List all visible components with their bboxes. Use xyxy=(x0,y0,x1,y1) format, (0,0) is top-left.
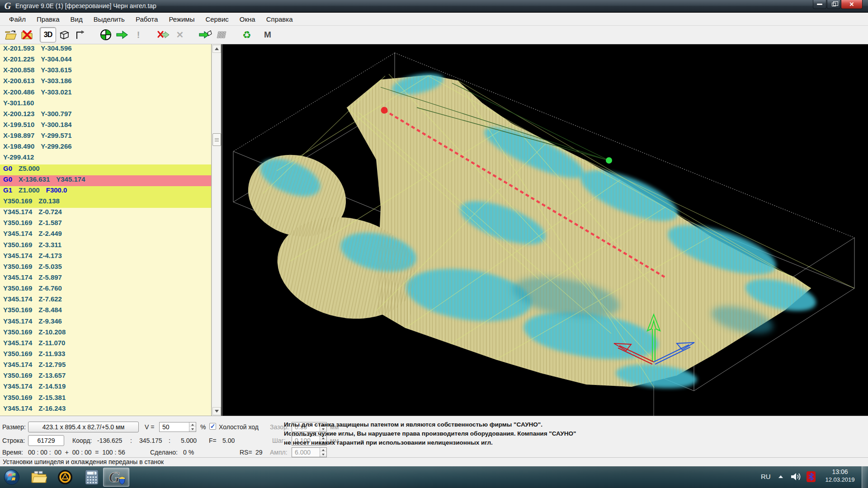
taskbar-clock[interactable]: 13:06 12.03.2019 xyxy=(822,468,858,483)
toolpath-solid xyxy=(237,70,819,391)
window-title: Engrave 9.0E (1) [фрезерование] Черн анг… xyxy=(15,2,156,9)
ampl-input: 6.000 xyxy=(292,447,327,457)
gcode-line[interactable]: G0X-136.631Y345.174 xyxy=(0,175,211,186)
gcode-line[interactable]: X-201.593Y-304.596 xyxy=(0,44,211,55)
mcodes-button[interactable]: M xyxy=(259,27,276,42)
taskbar: 0 G RU xyxy=(0,466,868,488)
coord-label: Коорд: xyxy=(72,437,92,444)
gcode-line[interactable]: X-200.613Y-303.186 xyxy=(0,77,211,88)
gcode-line[interactable]: Y345.174Z-14.519 xyxy=(0,382,211,393)
close-button[interactable]: ✕ xyxy=(841,0,863,9)
gcode-line[interactable]: Y350.169Z0.138 xyxy=(0,197,211,208)
gcode-line[interactable]: Y350.169Z-8.484 xyxy=(0,306,211,317)
menu-job[interactable]: Работа xyxy=(130,14,164,25)
gcode-line[interactable]: Y345.174Z-5.897 xyxy=(0,273,211,284)
taskbar-calculator[interactable]: 0 xyxy=(83,469,101,486)
gcode-line[interactable]: Y350.169Z-15.381 xyxy=(0,394,211,404)
size-button[interactable]: 423.1 x 895.4 x 82.7/+5.0 мм xyxy=(28,422,139,432)
gcode-line[interactable]: Y345.174Z-4.173 xyxy=(0,252,211,263)
gcode-line[interactable]: X-200.858Y-303.615 xyxy=(0,66,211,77)
stop-x-icon: ✕ xyxy=(176,29,184,40)
gcode-line[interactable]: Y345.174Z-9.346 xyxy=(0,317,211,328)
gcode-line[interactable]: Y345.174Z-16.243 xyxy=(0,404,211,415)
start-button[interactable] xyxy=(3,469,21,486)
restore-button[interactable] xyxy=(827,0,840,9)
gcode-line[interactable]: X-200.123Y-300.797 xyxy=(0,110,211,121)
gcode-line[interactable]: X-200.486Y-303.021 xyxy=(0,88,211,99)
gcode-line[interactable]: Y-299.412 xyxy=(0,153,211,164)
menu-edit[interactable]: Правка xyxy=(31,14,65,25)
gcode-line[interactable]: X-199.510Y-300.184 xyxy=(0,121,211,131)
velocity-spinner[interactable] xyxy=(189,422,196,432)
close-file-button[interactable] xyxy=(19,27,35,42)
gcode-line[interactable]: X-201.225Y-304.044 xyxy=(0,55,211,66)
gcode-line[interactable]: Y345.174Z-11.070 xyxy=(0,339,211,350)
title-bar[interactable]: G Engrave 9.0E (1) [фрезерование] Черн а… xyxy=(0,0,868,12)
cube-icon xyxy=(59,30,70,40)
license-warning-line2: Используя чужие иглы, Вы нарушаете права… xyxy=(284,429,576,438)
origin-button[interactable] xyxy=(98,27,114,42)
gcode-line[interactable]: X-198.897Y-299.571 xyxy=(0,131,211,142)
taskbar-engrave-active[interactable]: G xyxy=(103,468,129,487)
pause-button[interactable]: ! xyxy=(130,27,146,42)
view-frame-button[interactable] xyxy=(72,27,89,42)
minimize-button[interactable] xyxy=(813,0,826,9)
stop-button[interactable]: ✕ xyxy=(172,27,188,42)
view-box-button[interactable] xyxy=(56,27,72,42)
bluetooth-icon[interactable] xyxy=(807,471,816,482)
gcode-line[interactable]: G1Z1.000F300.0 xyxy=(0,186,211,197)
control-panel: Размер: 423.1 x 895.4 x 82.7/+5.0 мм V =… xyxy=(0,416,868,457)
coord-y-value: 345.175 xyxy=(139,437,162,444)
gcode-line[interactable]: Y345.174Z-2.449 xyxy=(0,230,211,240)
gcode-line[interactable]: Y350.169Z-1.587 xyxy=(0,219,211,230)
gcode-line[interactable]: Y350.169Z-6.760 xyxy=(0,284,211,295)
gcode-line[interactable]: X-198.490Y-299.266 xyxy=(0,142,211,153)
idle-move-label: Холостой ход xyxy=(219,423,259,431)
time-value: 00 : 00 : 00 + 00 : 00 = 100 : 56 xyxy=(28,449,125,456)
feed-value: 5.00 xyxy=(222,437,235,444)
volume-icon[interactable] xyxy=(790,472,801,483)
line-number-button[interactable]: 61729 xyxy=(28,435,64,446)
show-desktop-button[interactable] xyxy=(862,466,868,488)
gcode-line[interactable]: Y345.174Z-0.724 xyxy=(0,208,211,219)
toolpath-3d-view[interactable] xyxy=(222,44,868,416)
scroll-down-button[interactable] xyxy=(212,407,221,415)
menu-view[interactable]: Вид xyxy=(65,14,88,25)
scrollbar-thumb[interactable] xyxy=(212,133,221,146)
explorer-folder-icon xyxy=(31,470,47,484)
feed-label: F= xyxy=(209,437,217,444)
menu-windows[interactable]: Окна xyxy=(234,14,261,25)
rapid-start-point xyxy=(381,107,388,114)
language-indicator[interactable]: RU xyxy=(761,473,771,480)
menu-file[interactable]: Файл xyxy=(4,14,31,25)
velocity-input[interactable]: 50 xyxy=(159,422,196,432)
menu-select[interactable]: Выделить xyxy=(88,14,130,25)
menu-help[interactable]: Справка xyxy=(261,14,298,25)
view-3d-icon: 3D xyxy=(44,31,52,39)
menu-modes[interactable]: Режимы xyxy=(163,14,200,25)
gcode-line[interactable]: Y-301.160 xyxy=(0,99,211,110)
gcode-scrollbar[interactable] xyxy=(212,44,221,416)
gcode-line[interactable]: Y350.169Z-11.933 xyxy=(0,350,211,361)
menu-service[interactable]: Сервис xyxy=(200,14,234,25)
grid-button[interactable] xyxy=(213,27,230,42)
open-file-button[interactable] xyxy=(3,27,19,42)
tray-expand-icon[interactable] xyxy=(778,475,783,478)
continue-button[interactable] xyxy=(197,27,213,42)
recalc-button[interactable]: ♻ xyxy=(239,27,255,42)
gcode-line[interactable]: Y350.169Z-13.657 xyxy=(0,371,211,382)
idle-move-checkbox[interactable]: ✓ xyxy=(209,423,216,430)
taskbar-explorer[interactable] xyxy=(30,469,48,486)
gcode-line[interactable]: Y350.169Z-5.035 xyxy=(0,263,211,273)
taskbar-aimp[interactable] xyxy=(56,469,74,486)
gcode-line[interactable]: G0Z5.000 xyxy=(0,164,211,175)
view-3d-button[interactable]: 3D xyxy=(40,27,56,42)
skip-button[interactable] xyxy=(156,27,172,42)
scroll-up-button[interactable] xyxy=(212,45,221,53)
gcode-line[interactable]: Y350.169Z-10.208 xyxy=(0,328,211,339)
gcode-line[interactable]: Y345.174Z-12.795 xyxy=(0,361,211,371)
gcode-line[interactable]: Y350.169Z-3.311 xyxy=(0,241,211,252)
gcode-line[interactable]: Y345.174Z-7.622 xyxy=(0,295,211,306)
gcode-list: X-201.593Y-304.596X-201.225Y-304.044X-20… xyxy=(0,44,212,416)
start-button[interactable] xyxy=(114,27,130,42)
